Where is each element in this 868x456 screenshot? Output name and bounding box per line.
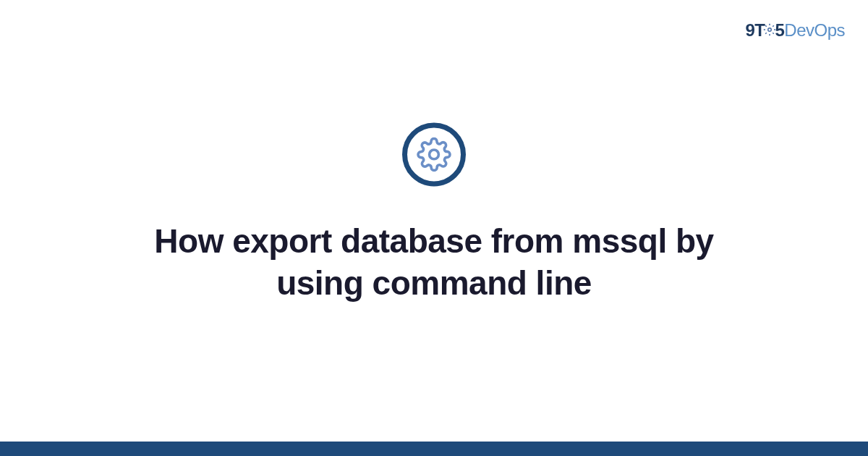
bottom-accent-bar (0, 442, 868, 456)
logo-prefix: 9T (745, 20, 765, 40)
logo-middle: 5 (775, 20, 784, 40)
gear-icon (417, 137, 451, 172)
logo-suffix-dev: Dev (784, 20, 814, 40)
gear-icon-circle (402, 122, 466, 186)
page-title: How export database from mssql by using … (109, 221, 760, 304)
svg-point-1 (430, 150, 439, 159)
site-logo: 9T5DevOps (745, 20, 845, 41)
svg-point-0 (768, 28, 772, 32)
logo-suffix-ops: Ops (814, 20, 845, 40)
main-content: How export database from mssql by using … (0, 122, 868, 304)
